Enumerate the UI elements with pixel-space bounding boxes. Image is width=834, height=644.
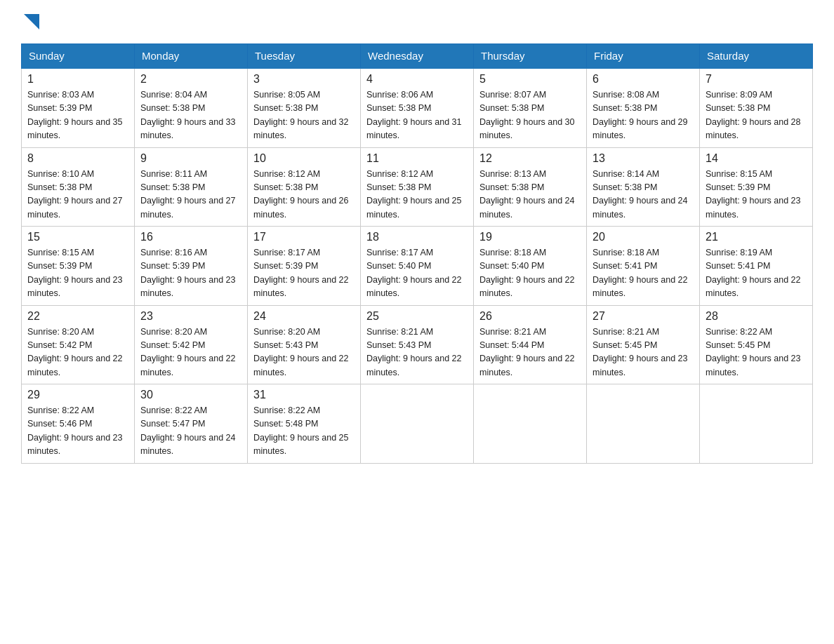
day-info: Sunrise: 8:20 AMSunset: 5:43 PMDaylight:… [253, 327, 349, 377]
day-number: 13 [593, 152, 694, 165]
calendar-cell: 23 Sunrise: 8:20 AMSunset: 5:42 PMDaylig… [135, 305, 248, 384]
day-number: 31 [253, 389, 355, 401]
day-info: Sunrise: 8:22 AMSunset: 5:46 PMDaylight:… [27, 405, 123, 456]
day-info: Sunrise: 8:18 AMSunset: 5:40 PMDaylight:… [479, 248, 575, 298]
calendar-cell: 4 Sunrise: 8:06 AMSunset: 5:38 PMDayligh… [361, 68, 474, 147]
day-info: Sunrise: 8:12 AMSunset: 5:38 PMDaylight:… [366, 169, 462, 220]
day-number: 10 [253, 152, 355, 165]
day-number: 14 [706, 152, 807, 165]
day-number: 5 [479, 73, 581, 86]
day-number: 24 [253, 310, 355, 323]
day-number: 22 [27, 310, 128, 323]
calendar-cell: 5 Sunrise: 8:07 AMSunset: 5:38 PMDayligh… [474, 68, 587, 147]
calendar-cell [474, 384, 587, 464]
day-number: 9 [140, 152, 241, 165]
calendar-cell: 14 Sunrise: 8:15 AMSunset: 5:39 PMDaylig… [700, 147, 813, 227]
day-number: 21 [706, 231, 807, 243]
day-info: Sunrise: 8:08 AMSunset: 5:38 PMDaylight:… [593, 90, 688, 140]
calendar-cell: 28 Sunrise: 8:22 AMSunset: 5:45 PMDaylig… [700, 305, 813, 384]
calendar-week-row: 1 Sunrise: 8:03 AMSunset: 5:39 PMDayligh… [22, 68, 813, 147]
day-number: 8 [27, 152, 128, 165]
day-info: Sunrise: 8:21 AMSunset: 5:44 PMDaylight:… [479, 327, 575, 377]
day-number: 26 [479, 310, 581, 323]
calendar-cell [587, 384, 700, 464]
day-number: 23 [140, 310, 241, 323]
day-number: 27 [593, 310, 694, 323]
page-header [21, 14, 813, 29]
calendar-week-row: 8 Sunrise: 8:10 AMSunset: 5:38 PMDayligh… [22, 147, 813, 227]
day-number: 7 [706, 73, 807, 86]
calendar-cell: 31 Sunrise: 8:22 AMSunset: 5:48 PMDaylig… [248, 384, 361, 464]
calendar-cell: 8 Sunrise: 8:10 AMSunset: 5:38 PMDayligh… [22, 147, 135, 227]
day-info: Sunrise: 8:15 AMSunset: 5:39 PMDaylight:… [706, 169, 801, 220]
svg-marker-0 [24, 14, 39, 29]
day-info: Sunrise: 8:20 AMSunset: 5:42 PMDaylight:… [27, 327, 123, 377]
calendar-cell: 6 Sunrise: 8:08 AMSunset: 5:38 PMDayligh… [587, 68, 700, 147]
day-info: Sunrise: 8:10 AMSunset: 5:38 PMDaylight:… [27, 169, 123, 220]
day-info: Sunrise: 8:12 AMSunset: 5:38 PMDaylight:… [253, 169, 349, 220]
calendar-cell: 30 Sunrise: 8:22 AMSunset: 5:47 PMDaylig… [135, 384, 248, 464]
calendar-cell: 9 Sunrise: 8:11 AMSunset: 5:38 PMDayligh… [135, 147, 248, 227]
day-of-week-header: Saturday [700, 44, 813, 69]
day-number: 16 [140, 231, 241, 243]
calendar-cell: 29 Sunrise: 8:22 AMSunset: 5:46 PMDaylig… [22, 384, 135, 464]
calendar-cell: 26 Sunrise: 8:21 AMSunset: 5:44 PMDaylig… [474, 305, 587, 384]
day-of-week-header: Tuesday [248, 44, 361, 69]
day-number: 2 [140, 73, 241, 86]
calendar-week-row: 15 Sunrise: 8:15 AMSunset: 5:39 PMDaylig… [22, 227, 813, 306]
calendar-cell: 22 Sunrise: 8:20 AMSunset: 5:42 PMDaylig… [22, 305, 135, 384]
calendar-cell: 16 Sunrise: 8:16 AMSunset: 5:39 PMDaylig… [135, 227, 248, 306]
day-number: 11 [366, 152, 468, 165]
day-info: Sunrise: 8:22 AMSunset: 5:45 PMDaylight:… [706, 327, 801, 377]
calendar-cell: 17 Sunrise: 8:17 AMSunset: 5:39 PMDaylig… [248, 227, 361, 306]
day-info: Sunrise: 8:18 AMSunset: 5:41 PMDaylight:… [593, 248, 688, 298]
day-info: Sunrise: 8:03 AMSunset: 5:39 PMDaylight:… [27, 90, 123, 140]
day-info: Sunrise: 8:21 AMSunset: 5:43 PMDaylight:… [366, 327, 462, 377]
day-of-week-header: Sunday [22, 44, 135, 69]
day-of-week-header: Monday [135, 44, 248, 69]
day-number: 3 [253, 73, 355, 86]
calendar-cell: 21 Sunrise: 8:19 AMSunset: 5:41 PMDaylig… [700, 227, 813, 306]
calendar-week-row: 29 Sunrise: 8:22 AMSunset: 5:46 PMDaylig… [22, 384, 813, 464]
day-number: 6 [593, 73, 694, 86]
day-info: Sunrise: 8:17 AMSunset: 5:40 PMDaylight:… [366, 248, 462, 298]
day-number: 25 [366, 310, 468, 323]
day-info: Sunrise: 8:05 AMSunset: 5:38 PMDaylight:… [253, 90, 349, 140]
day-info: Sunrise: 8:21 AMSunset: 5:45 PMDaylight:… [593, 327, 688, 377]
logo-triangle-icon [24, 14, 39, 29]
calendar-cell: 3 Sunrise: 8:05 AMSunset: 5:38 PMDayligh… [248, 68, 361, 147]
day-number: 30 [140, 389, 241, 401]
day-number: 29 [27, 389, 128, 401]
day-number: 18 [366, 231, 468, 243]
day-number: 17 [253, 231, 355, 243]
day-info: Sunrise: 8:07 AMSunset: 5:38 PMDaylight:… [479, 90, 575, 140]
calendar-week-row: 22 Sunrise: 8:20 AMSunset: 5:42 PMDaylig… [22, 305, 813, 384]
calendar-cell: 19 Sunrise: 8:18 AMSunset: 5:40 PMDaylig… [474, 227, 587, 306]
day-info: Sunrise: 8:16 AMSunset: 5:39 PMDaylight:… [140, 248, 236, 298]
day-number: 19 [479, 231, 581, 243]
day-info: Sunrise: 8:09 AMSunset: 5:38 PMDaylight:… [706, 90, 801, 140]
logo [21, 14, 39, 29]
day-number: 12 [479, 152, 581, 165]
calendar-cell [361, 384, 474, 464]
day-info: Sunrise: 8:22 AMSunset: 5:47 PMDaylight:… [140, 405, 236, 456]
calendar-cell: 15 Sunrise: 8:15 AMSunset: 5:39 PMDaylig… [22, 227, 135, 306]
day-number: 20 [593, 231, 694, 243]
day-info: Sunrise: 8:13 AMSunset: 5:38 PMDaylight:… [479, 169, 575, 220]
calendar-cell: 2 Sunrise: 8:04 AMSunset: 5:38 PMDayligh… [135, 68, 248, 147]
day-of-week-header: Thursday [474, 44, 587, 69]
calendar-cell: 18 Sunrise: 8:17 AMSunset: 5:40 PMDaylig… [361, 227, 474, 306]
calendar-header-row: SundayMondayTuesdayWednesdayThursdayFrid… [22, 44, 813, 69]
calendar-cell: 10 Sunrise: 8:12 AMSunset: 5:38 PMDaylig… [248, 147, 361, 227]
day-number: 4 [366, 73, 468, 86]
calendar-cell [700, 384, 813, 464]
calendar-cell: 11 Sunrise: 8:12 AMSunset: 5:38 PMDaylig… [361, 147, 474, 227]
day-number: 28 [706, 310, 807, 323]
calendar-cell: 20 Sunrise: 8:18 AMSunset: 5:41 PMDaylig… [587, 227, 700, 306]
day-info: Sunrise: 8:19 AMSunset: 5:41 PMDaylight:… [706, 248, 801, 298]
calendar-cell: 1 Sunrise: 8:03 AMSunset: 5:39 PMDayligh… [22, 68, 135, 147]
calendar-cell: 13 Sunrise: 8:14 AMSunset: 5:38 PMDaylig… [587, 147, 700, 227]
day-info: Sunrise: 8:20 AMSunset: 5:42 PMDaylight:… [140, 327, 236, 377]
day-number: 1 [27, 73, 128, 86]
day-info: Sunrise: 8:22 AMSunset: 5:48 PMDaylight:… [253, 405, 349, 456]
